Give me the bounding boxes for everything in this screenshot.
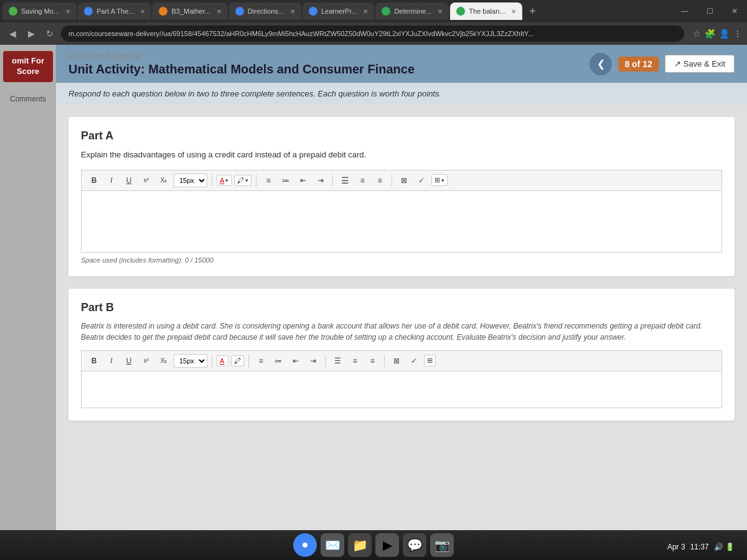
new-tab-button[interactable]: + — [524, 2, 541, 20]
part-a-toolbar: B I U x² X₂ 15px 12px 14px 18px 24px A — [81, 170, 722, 190]
forward-button[interactable]: ▶ — [24, 26, 39, 41]
ordered-list-b[interactable]: ≔ — [271, 353, 286, 368]
italic-button-b[interactable]: I — [104, 353, 119, 368]
omit-for-score[interactable]: omit For Score — [3, 51, 53, 82]
indent-right-b[interactable]: ⇥ — [306, 353, 321, 368]
font-size-select[interactable]: 15px 12px 14px 18px 24px — [174, 174, 207, 187]
tab-b3[interactable]: B3_Mather... ✕ — [153, 2, 227, 20]
taskbar-camera-icon[interactable]: 📷 — [430, 533, 454, 557]
toolbar-sep-b4 — [384, 355, 385, 367]
part-b-description: Beatrix is interested in using a debit c… — [81, 320, 722, 343]
image-button[interactable]: ⊠ — [397, 173, 411, 188]
address-bar[interactable]: m.com/courseseware-delivery//ua/69158/45… — [61, 26, 684, 42]
tab-determine[interactable]: Determine... ✕ — [375, 2, 449, 20]
tab-part-a[interactable]: Part A The... ✕ — [78, 2, 151, 20]
indent-left-b[interactable]: ⇤ — [288, 353, 303, 368]
italic-button[interactable]: I — [104, 173, 119, 188]
maximize-button[interactable]: ☐ — [697, 0, 722, 22]
font-color-dropdown-b[interactable]: A — [217, 355, 228, 366]
unordered-list-button[interactable]: ≡ — [261, 173, 276, 188]
align-center-b[interactable]: ≡ — [347, 353, 362, 368]
content-header: Loans and Interest Unit Activity: Mathem… — [56, 45, 747, 83]
bookmark-icon[interactable]: ☆ — [693, 29, 701, 39]
align-left-button[interactable]: ☰ — [337, 173, 352, 188]
taskbar-chat-icon[interactable]: 💬 — [403, 533, 426, 557]
tab-saving[interactable]: Saving Mo... ✕ — [2, 2, 77, 20]
tab-directions[interactable]: Directions... ✕ — [229, 2, 301, 20]
tab-close-btn[interactable]: ✕ — [511, 8, 516, 15]
underline-button-b[interactable]: U — [121, 353, 136, 368]
subscript-button[interactable]: X₂ — [156, 173, 171, 188]
part-b-title: Part B — [81, 301, 722, 314]
tab-close-btn[interactable]: ✕ — [217, 8, 222, 15]
font-size-select-b[interactable]: 15px 12px 14px 18px — [174, 354, 207, 368]
superscript-button-b[interactable]: x² — [139, 353, 154, 368]
part-a-question: Explain the disadvantages of using a cre… — [81, 149, 722, 161]
tab-label: LearnerPr... — [321, 7, 357, 15]
back-nav-button[interactable]: ❮ — [590, 53, 612, 75]
tab-favicon — [309, 7, 317, 16]
indent-increase-button[interactable]: ⇥ — [313, 173, 328, 188]
tab-close-btn[interactable]: ✕ — [363, 8, 368, 15]
bold-button[interactable]: B — [87, 173, 101, 188]
align-right-button[interactable]: ≡ — [372, 173, 387, 188]
minimize-button[interactable]: — — [672, 0, 697, 22]
taskbar-date: Apr 3 — [667, 543, 685, 551]
align-left-b[interactable]: ☰ — [330, 353, 345, 368]
tab-favicon — [235, 7, 244, 16]
toolbar-sep-b1 — [212, 355, 212, 367]
questions-area: Part A Explain the disadvantages of usin… — [56, 105, 747, 446]
image-button-b[interactable]: ⊠ — [389, 353, 404, 368]
sidebar: omit For Score Comments — [0, 45, 56, 530]
toolbar-separator-3 — [332, 174, 333, 187]
tab-label: The balan... — [469, 7, 505, 15]
profile-icon[interactable]: 👤 — [719, 29, 730, 39]
ordered-list-button[interactable]: ≔ — [278, 173, 293, 188]
menu-icon[interactable]: ⋮ — [733, 29, 742, 39]
browser-chrome: Saving Mo... ✕ Part A The... ✕ B3_Mather… — [0, 0, 747, 45]
address-text: m.com/courseseware-delivery//ua/69158/45… — [68, 30, 533, 37]
part-a-editor[interactable] — [81, 190, 722, 253]
save-exit-button[interactable]: ↗ Save & Exit — [665, 55, 735, 73]
align-right-b[interactable]: ≡ — [365, 353, 380, 368]
table-dropdown-b[interactable]: ⊞ — [424, 355, 436, 366]
part-b-editor[interactable] — [81, 371, 722, 408]
tab-favicon — [9, 7, 17, 16]
unordered-list-b[interactable]: ≡ — [253, 353, 268, 368]
tab-close-btn[interactable]: ✕ — [438, 8, 443, 15]
tab-favicon — [456, 7, 465, 16]
taskbar-chrome-icon[interactable] — [293, 533, 317, 557]
highlight-dropdown-b[interactable]: 🖍 — [231, 355, 244, 366]
indent-decrease-button[interactable]: ⇤ — [296, 173, 311, 188]
tab-balance[interactable]: The balan... ✕ — [450, 2, 522, 20]
taskbar-files-icon[interactable]: 📁 — [348, 533, 372, 557]
tab-label: Directions... — [248, 7, 284, 15]
save-icon: ↗ — [674, 59, 681, 68]
header-controls: ❮ 8 of 12 ↗ Save & Exit — [590, 53, 735, 75]
underline-button[interactable]: U — [121, 173, 136, 188]
superscript-button[interactable]: x² — [139, 173, 154, 188]
tab-close-btn[interactable]: ✕ — [290, 8, 295, 15]
taskbar-media-icon[interactable]: ▶ — [375, 533, 399, 557]
subscript-button-b[interactable]: X₂ — [156, 353, 171, 368]
tab-close-btn[interactable]: ✕ — [65, 8, 70, 15]
extension-icon[interactable]: 🧩 — [705, 29, 715, 39]
part-a-section: Part A Explain the disadvantages of usin… — [68, 117, 735, 276]
check-button[interactable]: ✓ — [414, 173, 429, 188]
page-counter: 8 of 12 — [618, 57, 658, 72]
tab-learner[interactable]: LearnerPr... ✕ — [303, 2, 374, 20]
check-button-b[interactable]: ✓ — [406, 353, 421, 368]
back-button[interactable]: ◀ — [5, 26, 20, 41]
taskbar-time: 11:37 — [690, 543, 709, 551]
bold-button-b[interactable]: B — [87, 353, 101, 368]
instruction-area: Respond to each question below in two to… — [56, 83, 747, 105]
align-center-button[interactable]: ≡ — [355, 173, 370, 188]
tab-close-btn[interactable]: ✕ — [140, 8, 145, 15]
close-button[interactable]: ✕ — [722, 0, 747, 22]
tab-label: Determine... — [394, 7, 431, 15]
font-color-dropdown[interactable]: A ▾ — [217, 175, 232, 186]
refresh-button[interactable]: ↻ — [42, 26, 57, 41]
highlight-dropdown[interactable]: 🖍 ▾ — [234, 175, 251, 186]
taskbar-mail-icon[interactable]: ✉️ — [321, 533, 344, 557]
table-dropdown[interactable]: ⊞ ▾ — [431, 174, 448, 186]
